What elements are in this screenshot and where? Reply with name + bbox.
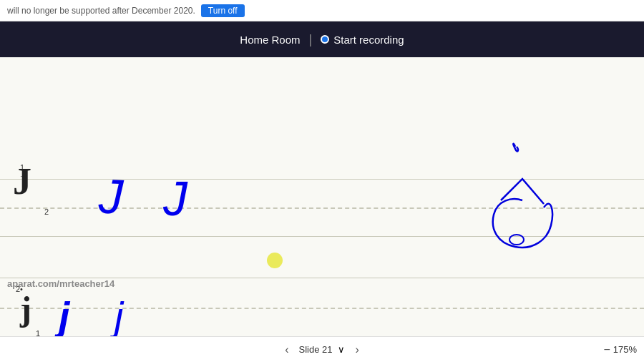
turn-off-button[interactable]: Turn off xyxy=(201,4,245,17)
next-slide-button[interactable]: › xyxy=(351,342,363,358)
header-bar: Home Room | Start recording xyxy=(0,21,644,57)
line-solid-2 xyxy=(0,236,644,237)
slide-dropdown-button[interactable]: ∨ xyxy=(338,344,345,355)
line-dashed-1 xyxy=(0,207,644,209)
prev-slide-button[interactable]: ‹ xyxy=(280,342,293,358)
header-center: Home Room | Start recording xyxy=(240,32,404,47)
notification-text: will no longer be supported after Decemb… xyxy=(7,6,195,16)
header-divider: | xyxy=(309,32,313,47)
notification-bar: will no longer be supported after Decemb… xyxy=(0,0,644,21)
zoom-value: 175% xyxy=(613,344,637,355)
lowercase-j-guide: j xyxy=(20,292,31,326)
writing-area: 1 → 2 J J J 2• 1 j j j xyxy=(0,57,644,336)
home-room-label: Home Room xyxy=(240,34,300,46)
blue-j-lower-drawn-1: j xyxy=(59,293,69,336)
blue-j-drawn-1: J xyxy=(98,167,125,224)
record-dot-icon xyxy=(321,35,329,44)
uppercase-j-guide: J xyxy=(13,163,31,200)
watermark: aparat.com/mrteacher14 xyxy=(7,278,114,289)
step-1-lower-label: 1 xyxy=(36,329,40,336)
yellow-pointer-dot xyxy=(267,253,283,268)
main-content: 1 → 2 J J J 2• 1 j j j xyxy=(0,57,644,336)
cursive-drawing-svg xyxy=(0,57,644,336)
step-2-label: 2 xyxy=(44,207,49,216)
bottom-bar: ‹ Slide 21 ∨ › − 175% xyxy=(0,336,644,362)
blue-j-drawn-2: J xyxy=(163,170,187,226)
start-recording-button[interactable]: Start recording xyxy=(321,34,404,46)
zoom-control: − 175% xyxy=(603,343,637,356)
line-dashed-2 xyxy=(0,308,644,309)
start-recording-label: Start recording xyxy=(333,34,404,46)
slide-navigation: ‹ Slide 21 ∨ › xyxy=(280,342,364,358)
blue-j-lower-drawn-2: j xyxy=(114,293,123,336)
zoom-minus-button[interactable]: − xyxy=(603,343,610,356)
slide-label: Slide 21 xyxy=(299,344,333,355)
line-solid-1 xyxy=(0,179,644,180)
